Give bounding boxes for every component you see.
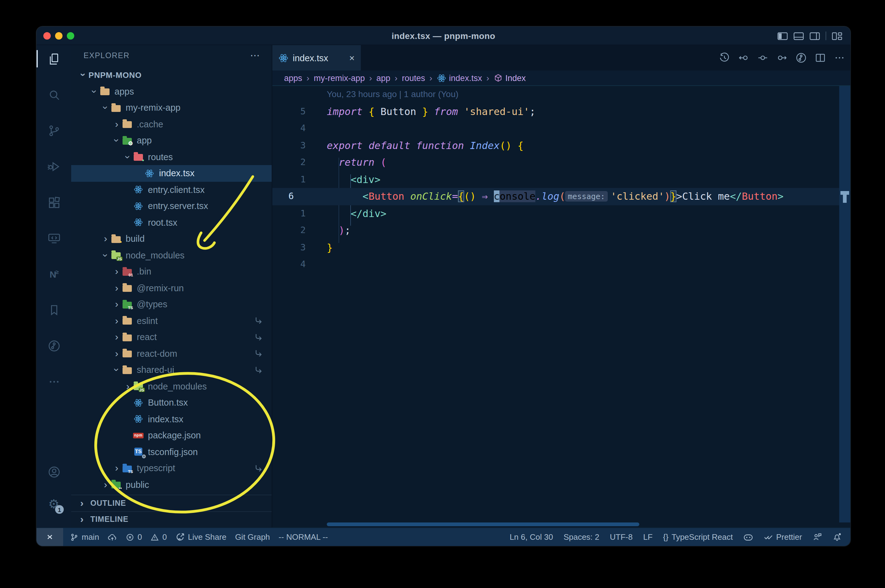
next-change-icon[interactable] — [776, 52, 788, 64]
previous-change-icon[interactable] — [738, 52, 750, 64]
chevron-right-icon[interactable]: › — [100, 234, 111, 244]
chevron-down-icon[interactable]: › — [101, 103, 110, 113]
tree-item-entry-client-tsx[interactable]: entry.client.tsx — [71, 182, 272, 198]
chevron-down-icon[interactable]: › — [112, 365, 122, 375]
status-notifications[interactable] — [832, 532, 842, 542]
breadcrumb-my-remix-app[interactable]: my-remix-app — [314, 73, 365, 82]
toggle-sidebar-icon[interactable] — [777, 32, 788, 40]
chevron-right-icon[interactable]: › — [111, 349, 122, 358]
chevron-right-icon[interactable]: › — [111, 300, 122, 309]
tree-item-typescript[interactable]: ›TStypescript — [71, 460, 272, 476]
tree-item-public[interactable]: ›●●public — [71, 476, 272, 493]
section-timeline[interactable]: ›TIMELINE — [71, 511, 272, 527]
more-actions-icon[interactable] — [834, 52, 845, 64]
chevron-right-icon[interactable]: › — [111, 316, 122, 326]
section-outline[interactable]: ›OUTLINE — [71, 495, 272, 511]
status-problems-warnings[interactable]: 0 — [151, 532, 167, 542]
status-indentation[interactable]: Spaces: 2 — [563, 532, 599, 542]
chevron-right-icon[interactable]: › — [111, 283, 122, 293]
code-line[interactable]: 6 <Button onClick={() ⇒ console.log(mess… — [272, 188, 839, 205]
code-line[interactable]: 1 <div> — [272, 171, 839, 188]
chevron-right-icon[interactable]: › — [111, 119, 122, 129]
tree-item-shared-ui[interactable]: ›shared-ui — [71, 362, 272, 378]
accounts-icon[interactable] — [36, 458, 71, 485]
chevron-right-icon[interactable]: › — [111, 267, 122, 277]
status-cursor-position[interactable]: Ln 6, Col 30 — [510, 532, 553, 542]
status-remote[interactable] — [36, 528, 63, 546]
tree-item-react[interactable]: ›react — [71, 329, 272, 345]
code-line[interactable]: 2 ); — [272, 222, 839, 239]
bookmarks-icon[interactable] — [36, 296, 71, 323]
chevron-down-icon[interactable]: › — [101, 250, 110, 261]
run-debug-icon[interactable] — [36, 153, 71, 180]
source-control-icon[interactable] — [36, 117, 71, 144]
status-feedback[interactable] — [813, 532, 822, 542]
breadcrumb-app[interactable]: app — [376, 73, 390, 82]
customize-layout-icon[interactable] — [832, 32, 842, 40]
split-editor-icon[interactable] — [814, 52, 826, 64]
chevron-right-icon[interactable]: › — [111, 332, 122, 342]
settings-gear-icon[interactable]: ⚙1 — [36, 490, 71, 518]
tree-item-app[interactable]: ›⚙app — [71, 132, 272, 149]
gitlens-icon[interactable] — [36, 332, 71, 359]
status-copilot[interactable] — [743, 532, 753, 542]
tree-item-node-modules[interactable]: ›JSnode_modules — [71, 247, 272, 263]
tree-item-my-remix-app[interactable]: ›my-remix-app — [71, 99, 272, 116]
status-eol[interactable]: LF — [643, 532, 652, 542]
tree-item-routes[interactable]: ›●routes — [71, 149, 272, 165]
tree-item-eslint[interactable]: ›eslint — [71, 312, 272, 329]
tree-item-tsconfig-json[interactable]: TS⚙tsconfig.json — [71, 444, 272, 460]
status-vim-mode[interactable]: -- NORMAL -- — [278, 532, 328, 542]
breadcrumb-index[interactable]: Index — [494, 73, 526, 82]
horizontal-scrollbar[interactable] — [327, 522, 639, 526]
tree-item-package-json[interactable]: npmpackage.json — [71, 427, 272, 444]
tree-item-index-tsx[interactable]: index.tsx — [71, 411, 272, 427]
chevron-down-icon[interactable]: › — [112, 135, 122, 146]
status-language-mode[interactable]: {}TypeScript React — [663, 532, 733, 542]
toggle-secondary-sidebar-icon[interactable] — [810, 32, 820, 40]
close-tab-icon[interactable]: × — [349, 52, 355, 63]
tab-index-tsx[interactable]: index.tsx × — [272, 45, 361, 70]
code-line[interactable]: 4 — [272, 120, 839, 137]
status-problems-errors[interactable]: 0 — [126, 532, 142, 542]
toggle-panel-icon[interactable] — [793, 32, 804, 40]
more-views-icon[interactable] — [36, 368, 71, 395]
code-line[interactable]: 3export default function Index() { — [272, 137, 839, 154]
chevron-right-icon[interactable]: › — [100, 480, 111, 490]
status-publish[interactable] — [108, 532, 117, 542]
explorer-icon[interactable] — [36, 45, 71, 72]
tree-item-node-modules[interactable]: ›JSnode_modules — [71, 378, 272, 394]
tree-item-index-tsx[interactable]: index.tsx — [71, 165, 272, 182]
tree-item--bin[interactable]: ›01.bin — [71, 263, 272, 280]
code-line[interactable]: 1 </div> — [272, 205, 839, 222]
remote-explorer-icon[interactable] — [36, 225, 71, 252]
chevron-right-icon[interactable]: › — [122, 381, 133, 392]
open-change-icon[interactable] — [757, 52, 769, 64]
tree-item-build[interactable]: ›●build — [71, 231, 272, 247]
breadcrumb-index-tsx[interactable]: index.tsx — [436, 73, 482, 82]
chevron-down-icon[interactable]: › — [123, 152, 133, 162]
tree-item--remix-run[interactable]: ›@remix-run — [71, 280, 272, 296]
chevron-down-icon[interactable]: › — [78, 70, 88, 80]
tree-item-apps[interactable]: ›apps — [71, 83, 272, 99]
tree-item-entry-server-tsx[interactable]: entry.server.tsx — [71, 198, 272, 214]
code-line[interactable]: 5import { Button } from 'shared-ui'; — [272, 103, 839, 120]
status-branch[interactable]: main — [70, 532, 99, 542]
code-line[interactable]: 2 return ( — [272, 154, 839, 171]
breadcrumb-routes[interactable]: routes — [402, 73, 425, 82]
code-line[interactable]: 3} — [272, 239, 839, 256]
status-git-graph[interactable]: Git Graph — [235, 532, 270, 542]
chevron-right-icon[interactable]: › — [111, 464, 122, 473]
chevron-down-icon[interactable]: › — [89, 86, 99, 97]
explorer-more-actions-icon[interactable]: ⋯ — [250, 50, 260, 61]
nx-console-icon[interactable]: N≥ — [36, 260, 71, 288]
code-line[interactable]: 4 — [272, 256, 839, 273]
tree-item--types[interactable]: ›TS@types — [71, 296, 272, 312]
extensions-icon[interactable] — [36, 189, 71, 216]
tree-item-root-tsx[interactable]: root.tsx — [71, 214, 272, 231]
commit-graph-icon[interactable] — [795, 52, 807, 64]
status-encoding[interactable]: UTF-8 — [610, 532, 633, 542]
search-icon[interactable] — [36, 81, 71, 108]
vertical-scrollbar[interactable] — [839, 86, 850, 522]
file-history-icon[interactable] — [718, 52, 730, 64]
